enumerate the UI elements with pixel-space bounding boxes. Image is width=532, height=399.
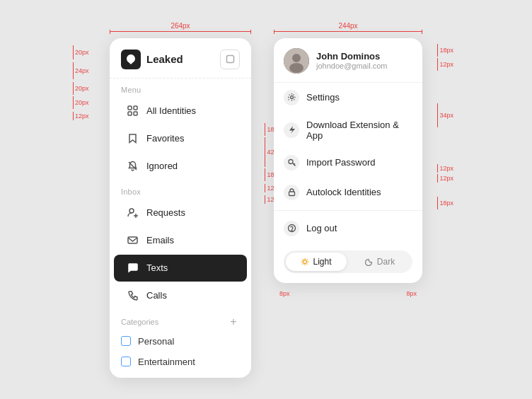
user-avatar bbox=[284, 48, 309, 74]
calls-label: Calls bbox=[146, 290, 167, 301]
annot-r-18px-1: 18px bbox=[439, 47, 453, 54]
menu-item-favorites[interactable]: Favorites bbox=[114, 125, 247, 152]
ignored-label: Ignored bbox=[146, 161, 178, 171]
category-personal[interactable]: Personal bbox=[110, 331, 251, 352]
add-category-btn[interactable]: + bbox=[227, 316, 240, 328]
mail-icon bbox=[125, 233, 139, 248]
annot-20px-1: 20px bbox=[75, 49, 89, 56]
annot-20px-3: 20px bbox=[75, 99, 89, 106]
right-panel: John Dominos johndoe@gmail.com Settings bbox=[274, 38, 422, 283]
annot-r-12px-1: 12px bbox=[439, 61, 453, 68]
svg-point-14 bbox=[289, 160, 293, 164]
menu-section-label: Menu bbox=[110, 79, 251, 97]
inbox-section-label: Inbox bbox=[110, 180, 251, 199]
bookmark-icon bbox=[125, 132, 139, 146]
dim-left-width: 264px bbox=[170, 22, 190, 30]
requests-label: Requests bbox=[146, 207, 185, 218]
entertainment-label: Entertainment bbox=[138, 357, 195, 367]
user-email: johndoe@gmail.com bbox=[316, 62, 387, 70]
arrow-tick-r-right bbox=[422, 30, 422, 34]
header-left: Leaked bbox=[121, 50, 183, 69]
right-menu-settings[interactable]: Settings bbox=[274, 83, 422, 112]
emails-label: Emails bbox=[146, 235, 174, 245]
categories-label: Categories bbox=[121, 318, 158, 326]
annot-20px-2: 20px bbox=[75, 85, 89, 92]
panel-header: Leaked bbox=[110, 38, 251, 79]
lock-icon bbox=[287, 187, 296, 197]
annot-8px-left: 8px bbox=[279, 290, 290, 297]
square-icon bbox=[226, 54, 235, 64]
right-menu-autolock[interactable]: Autolock Identities bbox=[274, 178, 422, 207]
svg-point-13 bbox=[290, 96, 293, 99]
bolt-icon bbox=[287, 125, 296, 134]
annot-8px-right: 8px bbox=[406, 290, 417, 297]
panel-icon-btn[interactable] bbox=[220, 50, 240, 69]
svg-rect-15 bbox=[289, 192, 294, 196]
svg-rect-4 bbox=[134, 112, 137, 115]
panel-title: Leaked bbox=[146, 53, 183, 65]
personal-label: Personal bbox=[138, 336, 174, 347]
annot-r-12px-2: 12px bbox=[439, 165, 453, 172]
leaked-icon-svg bbox=[125, 54, 137, 65]
bolt-icon-wrap bbox=[284, 122, 299, 138]
annot-r-34px: 34px bbox=[439, 112, 453, 119]
menu-item-all-identities[interactable]: All Identities bbox=[114, 98, 247, 125]
all-identities-label: All Identities bbox=[146, 105, 196, 116]
menu-item-calls[interactable]: Calls bbox=[114, 282, 247, 309]
svg-point-11 bbox=[292, 54, 301, 62]
favorites-label: Favorites bbox=[146, 133, 184, 144]
gear-icon bbox=[287, 93, 296, 102]
user-name: John Dominos bbox=[316, 51, 387, 62]
menu-divider bbox=[274, 210, 422, 211]
svg-rect-9 bbox=[128, 237, 137, 243]
personal-checkbox[interactable] bbox=[121, 336, 131, 346]
right-menu-download[interactable]: Download Extension & App bbox=[274, 112, 422, 148]
autolock-label: Autolock Identities bbox=[306, 187, 381, 197]
annot-r-12px-3: 12px bbox=[439, 175, 453, 182]
dim-right-width: 244px bbox=[338, 22, 357, 30]
menu-item-texts[interactable]: Texts bbox=[114, 255, 247, 282]
svg-point-17 bbox=[291, 231, 292, 231]
categories-row: Categories + bbox=[110, 310, 251, 331]
annot-r-18px-2: 18px bbox=[439, 200, 453, 207]
entertainment-checkbox[interactable] bbox=[121, 357, 131, 366]
arrow-tick-right bbox=[250, 30, 251, 34]
svg-point-18 bbox=[303, 260, 307, 263]
category-entertainment[interactable]: Entertainment bbox=[110, 352, 251, 372]
menu-item-ignored[interactable]: Ignored bbox=[114, 153, 247, 180]
left-panel: Leaked Menu bbox=[110, 38, 251, 378]
right-menu-logout[interactable]: Log out bbox=[274, 214, 422, 243]
key-icon-wrap bbox=[284, 155, 299, 170]
logout-label: Log out bbox=[306, 223, 337, 233]
user-header: John Dominos johndoe@gmail.com bbox=[274, 38, 422, 83]
svg-rect-3 bbox=[128, 112, 132, 115]
texts-label: Texts bbox=[146, 262, 168, 273]
annot-12px-1: 12px bbox=[75, 112, 89, 120]
question-icon bbox=[287, 224, 296, 233]
user-info: John Dominos johndoe@gmail.com bbox=[316, 51, 387, 70]
right-menu-import[interactable]: Import Password bbox=[274, 148, 422, 178]
svg-rect-0 bbox=[226, 56, 233, 63]
theme-toggle: Light Dark bbox=[284, 250, 412, 273]
svg-rect-2 bbox=[134, 106, 137, 110]
menu-item-requests[interactable]: Requests bbox=[114, 200, 247, 226]
dark-label: Dark bbox=[377, 257, 395, 267]
gear-icon-wrap bbox=[284, 90, 299, 105]
leaked-icon bbox=[121, 50, 141, 69]
svg-rect-1 bbox=[128, 106, 132, 110]
theme-light-btn[interactable]: Light bbox=[286, 253, 347, 271]
sun-icon bbox=[301, 258, 309, 266]
svg-point-6 bbox=[129, 209, 134, 213]
settings-label: Settings bbox=[306, 92, 340, 103]
light-label: Light bbox=[313, 257, 331, 267]
annot-24px: 24px bbox=[75, 67, 89, 74]
message-icon bbox=[125, 261, 139, 275]
menu-item-emails[interactable]: Emails bbox=[114, 227, 247, 254]
avatar-svg bbox=[284, 48, 309, 74]
import-label: Import Password bbox=[306, 157, 376, 168]
grid-icon bbox=[125, 104, 139, 118]
user-plus-icon bbox=[125, 206, 139, 220]
svg-point-12 bbox=[289, 63, 303, 73]
question-icon-wrap bbox=[284, 221, 299, 236]
theme-dark-btn[interactable]: Dark bbox=[349, 253, 410, 271]
